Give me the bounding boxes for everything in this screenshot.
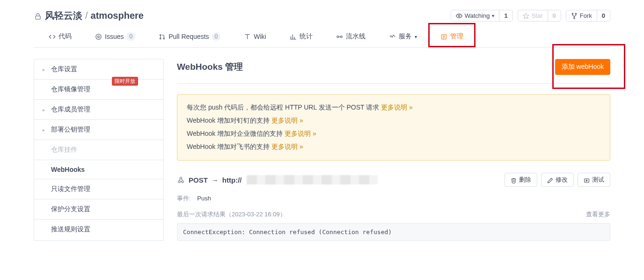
webhook-method: POST [189, 176, 208, 184]
arrow-icon: → [212, 176, 219, 184]
star-count: 0 [548, 10, 561, 21]
notice-text: WebHook 增加对企业微信的支持 [187, 130, 285, 137]
issues-count: 0 [126, 32, 135, 41]
svg-point-12 [340, 36, 342, 38]
webhook-url-redacted [247, 175, 378, 184]
lock-icon [34, 10, 42, 21]
svg-point-3 [572, 13, 573, 14]
repo-title: 风轻云淡 / atmosphere [34, 9, 144, 22]
tab-manage[interactable]: 管理 [436, 27, 468, 47]
svg-point-8 [160, 35, 161, 36]
star-button[interactable]: Star 0 [518, 10, 561, 22]
sidebar-item-protect[interactable]: 保护分支设置 [34, 199, 163, 220]
repo-owner[interactable]: 风轻云淡 [45, 9, 82, 22]
svg-rect-0 [36, 16, 41, 19]
notice-link[interactable]: 更多说明 » [271, 143, 303, 150]
notice-text: 每次您 push 代码后，都会给远程 HTTP URL 发送一个 POST 请求 [187, 103, 381, 111]
chevron-right-icon: ▸ [43, 127, 47, 133]
sidebar-item-members[interactable]: ▸仓库成员管理 [34, 100, 163, 120]
edit-button[interactable]: 修改 [541, 173, 574, 187]
svg-point-10 [163, 38, 165, 39]
tab-stats[interactable]: 统计 [285, 27, 317, 47]
sidebar: ▸仓库设置 仓库镜像管理 限时开放 ▸仓库成员管理 ▸部署公钥管理 仓库挂件 W… [34, 59, 164, 241]
limited-tag: 限时开放 [112, 77, 138, 86]
repo-header: 风轻云淡 / atmosphere Watching ▾ 1 Star [34, 0, 610, 48]
svg-marker-18 [586, 179, 587, 181]
tabs: 代码 Issues 0 Pull Requests 0 Wiki 统计 [34, 27, 610, 47]
webhook-url-prefix: http:// [222, 176, 242, 184]
notice-link[interactable]: 更多说明 » [271, 117, 303, 124]
star-icon [523, 12, 529, 20]
notice-link[interactable]: 更多说明 » [381, 103, 413, 111]
svg-rect-17 [585, 178, 589, 182]
last-request-result: ConnectException: Connection refused (Co… [177, 223, 610, 241]
service-icon [389, 33, 396, 41]
chevron-down-icon: ▾ [415, 34, 417, 39]
stats-icon [290, 33, 297, 41]
svg-point-4 [575, 13, 576, 14]
fork-button[interactable]: Fork 0 [566, 10, 610, 22]
star-label: Star [532, 12, 543, 19]
svg-point-7 [98, 36, 100, 38]
add-webhook-button[interactable]: 添加 webHook [555, 59, 610, 75]
watch-button[interactable]: Watching ▾ 1 [451, 10, 513, 22]
sidebar-item-repo-settings[interactable]: ▸仓库设置 [34, 59, 163, 80]
manage-icon [440, 33, 447, 41]
chevron-right-icon: ▸ [43, 67, 47, 72]
watch-count: 1 [499, 10, 512, 21]
svg-point-11 [337, 36, 339, 38]
last-request-label: 最后一次请求结果（2023-03-22 16:09） [177, 210, 286, 219]
fork-icon [571, 12, 578, 20]
sidebar-item-mirror[interactable]: 仓库镜像管理 限时开放 [34, 80, 163, 100]
sidebar-item-deploy-keys[interactable]: ▸部署公钥管理 [34, 120, 163, 140]
tab-pipeline[interactable]: 流水线 [331, 27, 370, 47]
code-icon [49, 33, 56, 41]
play-icon [584, 176, 590, 183]
svg-point-15 [182, 181, 183, 183]
chevron-right-icon: ▸ [43, 107, 47, 112]
test-button[interactable]: 测试 [578, 173, 610, 187]
notice-link[interactable]: 更多说明 » [285, 130, 316, 137]
svg-point-1 [458, 15, 460, 17]
tab-service[interactable]: 服务 ▾ [384, 27, 422, 47]
webhook-icon [177, 176, 185, 184]
tab-wiki[interactable]: Wiki [239, 27, 271, 47]
repo-actions: Watching ▾ 1 Star 0 Fork [451, 10, 610, 22]
watch-label: Watching [465, 12, 490, 19]
sidebar-item-hooks-group[interactable]: 仓库挂件 [34, 140, 163, 160]
sidebar-item-webhooks[interactable]: WebHooks [34, 160, 163, 179]
fork-label: Fork [580, 12, 592, 19]
svg-point-5 [574, 18, 575, 19]
webhook-url: POST → http:// [177, 175, 378, 184]
trash-icon [511, 176, 517, 183]
svg-point-6 [96, 34, 101, 39]
pipeline-icon [336, 33, 343, 41]
webhook-event: 事件: Push [177, 194, 610, 203]
wiki-icon [244, 33, 251, 41]
view-more-link[interactable]: 查看更多 [586, 210, 610, 219]
svg-point-9 [160, 38, 161, 39]
pr-icon [159, 33, 166, 41]
content: WebHooks 管理 添加 webHook 每次您 push 代码后，都会给远… [177, 59, 610, 241]
tab-code[interactable]: 代码 [44, 27, 76, 47]
notice-box: 每次您 push 代码后，都会给远程 HTTP URL 发送一个 POST 请求… [177, 94, 610, 161]
svg-point-14 [178, 181, 180, 183]
tab-issues[interactable]: Issues 0 [90, 27, 140, 47]
page-title: WebHooks 管理 [177, 61, 243, 73]
svg-marker-2 [523, 13, 529, 19]
tab-pull-requests[interactable]: Pull Requests 0 [154, 27, 225, 47]
sidebar-item-readonly[interactable]: 只读文件管理 [34, 179, 163, 199]
delete-button[interactable]: 删除 [505, 173, 537, 187]
edit-icon [547, 176, 553, 183]
chevron-down-icon: ▾ [492, 13, 494, 18]
pr-count: 0 [212, 32, 221, 41]
repo-name[interactable]: atmosphere [91, 10, 144, 21]
notice-text: WebHook 增加对钉钉的支持 [187, 117, 271, 124]
eye-icon [456, 12, 462, 20]
webhook-item: POST → http:// 删除 修改 测试 事件: Push [177, 173, 610, 241]
repo-sep: / [85, 10, 88, 21]
fork-count: 0 [597, 10, 610, 21]
notice-text: WebHook 增加对飞书的支持 [187, 143, 271, 150]
sidebar-item-push-rules[interactable]: 推送规则设置 [34, 220, 163, 239]
issues-icon [95, 33, 102, 41]
